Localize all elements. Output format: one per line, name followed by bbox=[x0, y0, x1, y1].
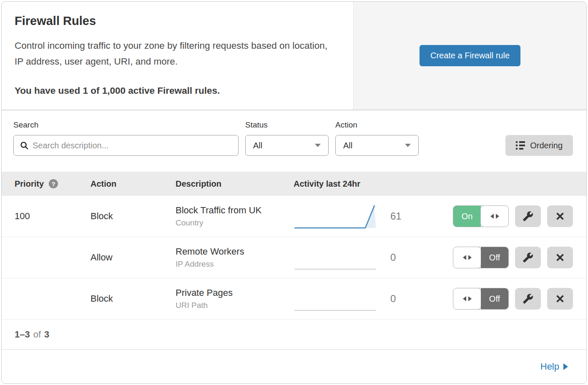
rule-action: Block bbox=[90, 293, 176, 304]
page-description: Control incoming traffic to your zone by… bbox=[15, 38, 328, 70]
status-filter-group: Status All bbox=[245, 120, 329, 156]
activity-count: 0 bbox=[390, 252, 396, 263]
activity-sparkline bbox=[294, 244, 377, 271]
rule-title: Private Pages bbox=[176, 288, 294, 298]
table-row: Allow Remote Workers IP Address 0 Off bbox=[2, 237, 586, 278]
action-filter-group: Action All bbox=[335, 120, 419, 156]
rule-title: Remote Workers bbox=[176, 246, 294, 257]
result-range: 1–3 bbox=[15, 329, 30, 340]
table-row: Block Private Pages URI Path 0 Off bbox=[2, 278, 586, 320]
rule-activity-cell: 0 bbox=[294, 285, 453, 312]
header-action-panel: Create a Firewall rule bbox=[353, 2, 586, 110]
rule-controls: Off bbox=[453, 288, 573, 310]
filter-bar: Search Status All Action All bbox=[2, 110, 586, 172]
search-group: Search bbox=[13, 120, 239, 156]
firewall-rules-panel: Firewall Rules Control incoming traffic … bbox=[1, 1, 587, 384]
search-label: Search bbox=[13, 120, 239, 130]
rule-enabled-toggle[interactable]: Off bbox=[453, 247, 509, 268]
toggle-drag-handle[interactable] bbox=[481, 206, 508, 227]
pagination-summary: 1–3 of 3 bbox=[2, 320, 586, 350]
header-text-block: Firewall Rules Control incoming traffic … bbox=[2, 2, 353, 110]
of-word: of bbox=[33, 329, 41, 340]
help-link-label: Help bbox=[540, 361, 559, 372]
column-priority: Priority ? bbox=[15, 179, 90, 189]
table-header-row: Priority ? Action Description Activity l… bbox=[2, 172, 586, 196]
toggle-on-label: On bbox=[453, 206, 481, 227]
chevron-down-icon bbox=[315, 144, 321, 147]
close-icon bbox=[555, 293, 565, 304]
rule-controls: Off bbox=[453, 247, 573, 268]
help-link[interactable]: Help bbox=[540, 361, 568, 372]
header-section: Firewall Rules Control incoming traffic … bbox=[2, 2, 586, 110]
close-icon bbox=[555, 211, 565, 222]
table-row: 100 Block Block Traffic from UK Country … bbox=[2, 196, 586, 237]
rule-title: Block Traffic from UK bbox=[176, 205, 294, 216]
search-box[interactable] bbox=[13, 135, 239, 156]
activity-count: 0 bbox=[390, 293, 396, 305]
status-label: Status bbox=[245, 120, 329, 130]
activity-count: 61 bbox=[390, 210, 402, 222]
close-icon bbox=[555, 252, 565, 263]
edit-rule-button[interactable] bbox=[515, 205, 541, 227]
rule-match-type: URI Path bbox=[176, 301, 294, 310]
rule-controls: On bbox=[453, 205, 573, 227]
wrench-icon bbox=[523, 293, 533, 304]
arrow-right-icon bbox=[563, 363, 568, 370]
ordered-list-icon bbox=[516, 141, 525, 150]
toggle-off-label: Off bbox=[481, 247, 508, 268]
column-description: Description bbox=[176, 179, 294, 189]
ordering-button-label: Ordering bbox=[530, 141, 563, 150]
rule-description: Private Pages URI Path bbox=[176, 288, 294, 310]
result-total: 3 bbox=[44, 329, 49, 340]
create-firewall-rule-button[interactable]: Create a Firewall rule bbox=[420, 45, 520, 66]
edit-rule-button[interactable] bbox=[515, 288, 541, 310]
usage-note: You have used 1 of 1,000 active Firewall… bbox=[15, 85, 328, 96]
drag-arrows-icon bbox=[463, 296, 472, 301]
activity-sparkline bbox=[294, 285, 377, 312]
status-select[interactable]: All bbox=[245, 135, 329, 156]
drag-arrows-icon bbox=[463, 255, 472, 260]
search-input[interactable] bbox=[33, 141, 232, 150]
action-selected-value: All bbox=[343, 141, 352, 150]
toggle-drag-handle[interactable] bbox=[453, 288, 481, 309]
rule-match-type: IP Address bbox=[176, 260, 294, 269]
toggle-off-label: Off bbox=[481, 288, 508, 309]
search-icon bbox=[20, 141, 29, 150]
drag-arrows-icon bbox=[490, 214, 499, 219]
rule-activity-cell: 0 bbox=[294, 244, 453, 271]
rule-activity-cell: 61 bbox=[294, 202, 453, 230]
delete-rule-button[interactable] bbox=[547, 288, 573, 310]
bottom-bar: Help bbox=[2, 350, 586, 383]
delete-rule-button[interactable] bbox=[547, 247, 573, 268]
priority-header-label: Priority bbox=[15, 179, 44, 189]
column-activity: Activity last 24hr bbox=[294, 179, 573, 189]
activity-sparkline bbox=[294, 202, 377, 230]
action-select[interactable]: All bbox=[335, 135, 419, 156]
priority-help-icon[interactable]: ? bbox=[49, 179, 58, 188]
rule-enabled-toggle[interactable]: On bbox=[453, 205, 509, 227]
chevron-down-icon bbox=[405, 144, 411, 147]
rule-enabled-toggle[interactable]: Off bbox=[453, 288, 509, 310]
rule-description: Block Traffic from UK Country bbox=[176, 205, 294, 228]
rule-match-type: Country bbox=[176, 218, 294, 228]
ordering-button[interactable]: Ordering bbox=[505, 135, 573, 156]
rule-action: Allow bbox=[90, 252, 176, 263]
wrench-icon bbox=[523, 211, 533, 222]
rule-priority: 100 bbox=[15, 211, 90, 222]
rule-description: Remote Workers IP Address bbox=[176, 246, 294, 269]
rule-action: Block bbox=[90, 211, 176, 222]
page-title: Firewall Rules bbox=[15, 14, 328, 28]
column-action: Action bbox=[90, 179, 176, 189]
toggle-drag-handle[interactable] bbox=[453, 247, 481, 268]
action-label: Action bbox=[335, 120, 419, 130]
delete-rule-button[interactable] bbox=[547, 205, 573, 227]
edit-rule-button[interactable] bbox=[515, 247, 541, 268]
wrench-icon bbox=[523, 252, 533, 263]
status-selected-value: All bbox=[253, 141, 262, 150]
